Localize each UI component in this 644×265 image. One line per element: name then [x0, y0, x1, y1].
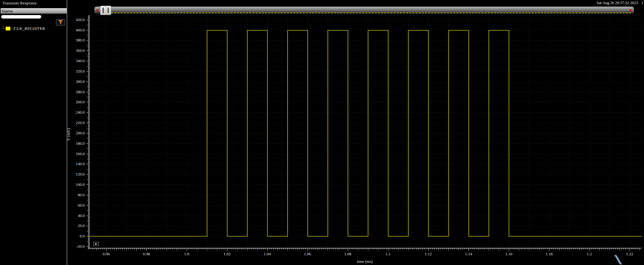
svg-text:1.06: 1.06: [304, 251, 311, 256]
svg-text:420.0: 420.0: [76, 18, 85, 22]
grid-lines: [88, 15, 642, 248]
svg-text:240.0: 240.0: [76, 110, 85, 115]
svg-text:20.0: 20.0: [78, 224, 85, 228]
timestamp-text: Sat Aug 26 20:57:32 2023: [597, 1, 638, 5]
svg-text:1.16: 1.16: [505, 251, 513, 256]
svg-text:1.14: 1.14: [465, 251, 472, 256]
svg-text:260.0: 260.0: [76, 100, 85, 104]
svg-text:1.0: 1.0: [184, 251, 189, 256]
page-title: Transient Response: [3, 1, 37, 6]
mouse-cursor-icon: [614, 255, 622, 264]
signal-name-label: /CLK_REGISTER: [13, 26, 45, 31]
scroll-right-arrow-icon[interactable]: [630, 9, 632, 12]
svg-text:1.1: 1.1: [386, 251, 391, 256]
svg-text:-20.0: -20.0: [76, 244, 85, 249]
svg-text:280.0: 280.0: [76, 90, 85, 94]
svg-text:0.0: 0.0: [80, 234, 85, 238]
svg-text:320.0: 320.0: [76, 69, 85, 73]
funnel-icon: [57, 20, 64, 25]
signal-list-item[interactable]: /CLK_REGISTER: [0, 26, 67, 31]
svg-text:400.0: 400.0: [76, 28, 85, 32]
svg-text:60.0: 60.0: [78, 203, 85, 208]
x-axis-ruler: [88, 248, 641, 251]
scroll-left-arrow-icon[interactable]: [96, 9, 98, 12]
svg-text:380.0: 380.0: [76, 38, 85, 42]
svg-text:120.0: 120.0: [76, 172, 85, 176]
signal-color-swatch[interactable]: [6, 27, 10, 30]
svg-text:40.0: 40.0: [78, 214, 85, 218]
thumb-grip-icon: [108, 8, 109, 13]
x-axis-labels: 0.960.981.01.021.041.061.081.11.121.141.…: [103, 251, 633, 256]
svg-text:1.02: 1.02: [223, 251, 230, 256]
tree-elbow-icon: [3, 26, 6, 29]
viva-waveform-window: -20.00.020.040.060.080.0100.0120.0140.01…: [0, 0, 644, 265]
axis-titles: time (ms)V (mV): [66, 128, 373, 264]
svg-text:180.0: 180.0: [76, 141, 85, 146]
play-icon: [95, 243, 97, 245]
svg-text:200.0: 200.0: [76, 131, 85, 135]
y-axis-ruler: [86, 15, 89, 248]
svg-text:1.04: 1.04: [264, 251, 271, 256]
svg-text:160.0: 160.0: [76, 152, 85, 156]
signal-filter-input[interactable]: [1, 15, 41, 19]
svg-text:80.0: 80.0: [78, 193, 85, 197]
svg-text:360.0: 360.0: [76, 48, 85, 53]
svg-text:1.08: 1.08: [344, 251, 352, 256]
svg-text:0.98: 0.98: [143, 251, 150, 256]
svg-text:340.0: 340.0: [76, 59, 85, 63]
svg-text:1.2: 1.2: [587, 251, 592, 256]
svg-text:300.0: 300.0: [76, 79, 85, 84]
strip-mode-button[interactable]: [93, 242, 99, 246]
status-timestamp: Sat Aug 26 20:57:32 20231: [597, 1, 643, 5]
svg-text:100.0: 100.0: [76, 182, 85, 187]
x-axis-title: time (ms): [357, 259, 373, 264]
svg-text:1.12: 1.12: [425, 251, 432, 256]
filter-button[interactable]: [56, 19, 65, 25]
y-axis-labels: -20.00.020.040.060.080.0100.0120.0140.01…: [76, 18, 85, 249]
signal-sidebar: Transient Response Name /CLK_REGISTER: [0, 0, 67, 265]
thumb-grip-icon: [103, 8, 104, 13]
svg-text:140.0: 140.0: [76, 162, 85, 166]
svg-text:1.18: 1.18: [546, 251, 553, 256]
waveform-chart[interactable]: -20.00.020.040.060.080.0100.0120.0140.01…: [0, 0, 644, 265]
svg-text:1.22: 1.22: [626, 251, 633, 256]
signal-column-header[interactable]: Name: [1, 8, 67, 14]
svg-text:0.96: 0.96: [103, 251, 110, 256]
scrollbar-mini-trace: [111, 13, 631, 13]
window-number: 1: [641, 1, 643, 5]
svg-text:220.0: 220.0: [76, 121, 85, 125]
scrollbar-thumb[interactable]: [100, 6, 111, 15]
thumb-waveform-preview: [105, 6, 106, 14]
